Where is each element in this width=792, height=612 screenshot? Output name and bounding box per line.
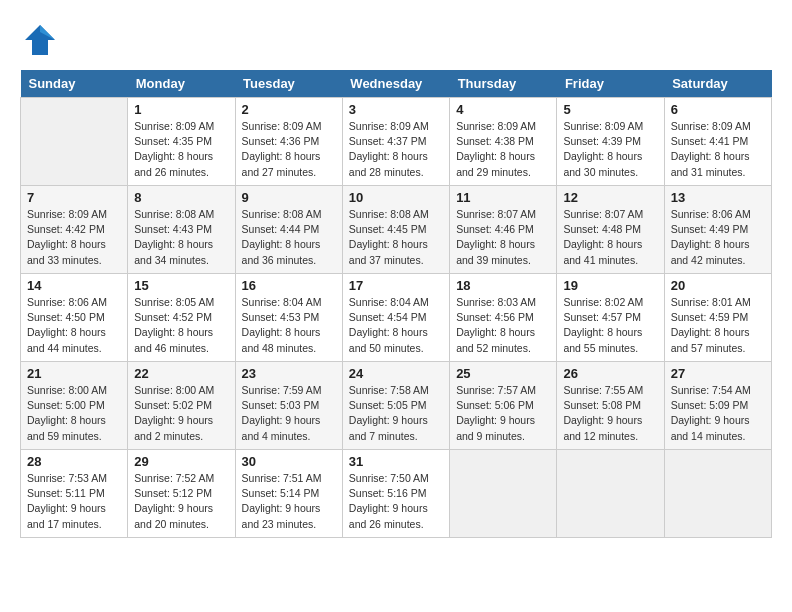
day-detail: Sunrise: 8:04 AMSunset: 4:53 PMDaylight:… — [242, 295, 336, 356]
day-detail: Sunrise: 8:07 AMSunset: 4:48 PMDaylight:… — [563, 207, 657, 268]
column-header-monday: Monday — [128, 70, 235, 98]
day-cell: 17Sunrise: 8:04 AMSunset: 4:54 PMDayligh… — [342, 274, 449, 362]
day-number: 18 — [456, 278, 550, 293]
day-detail: Sunrise: 8:09 AMSunset: 4:35 PMDaylight:… — [134, 119, 228, 180]
day-detail: Sunrise: 8:09 AMSunset: 4:39 PMDaylight:… — [563, 119, 657, 180]
day-number: 7 — [27, 190, 121, 205]
day-cell: 29Sunrise: 7:52 AMSunset: 5:12 PMDayligh… — [128, 450, 235, 538]
day-number: 30 — [242, 454, 336, 469]
day-number: 31 — [349, 454, 443, 469]
day-cell: 6Sunrise: 8:09 AMSunset: 4:41 PMDaylight… — [664, 98, 771, 186]
day-cell: 23Sunrise: 7:59 AMSunset: 5:03 PMDayligh… — [235, 362, 342, 450]
day-number: 9 — [242, 190, 336, 205]
day-cell: 13Sunrise: 8:06 AMSunset: 4:49 PMDayligh… — [664, 186, 771, 274]
day-detail: Sunrise: 8:09 AMSunset: 4:41 PMDaylight:… — [671, 119, 765, 180]
week-row-2: 7Sunrise: 8:09 AMSunset: 4:42 PMDaylight… — [21, 186, 772, 274]
day-number: 19 — [563, 278, 657, 293]
day-number: 10 — [349, 190, 443, 205]
day-number: 21 — [27, 366, 121, 381]
logo — [20, 20, 65, 60]
day-number: 24 — [349, 366, 443, 381]
day-detail: Sunrise: 7:50 AMSunset: 5:16 PMDaylight:… — [349, 471, 443, 532]
day-cell: 19Sunrise: 8:02 AMSunset: 4:57 PMDayligh… — [557, 274, 664, 362]
column-header-thursday: Thursday — [450, 70, 557, 98]
day-cell: 10Sunrise: 8:08 AMSunset: 4:45 PMDayligh… — [342, 186, 449, 274]
day-number: 8 — [134, 190, 228, 205]
day-number: 6 — [671, 102, 765, 117]
day-detail: Sunrise: 8:09 AMSunset: 4:42 PMDaylight:… — [27, 207, 121, 268]
page-header — [20, 20, 772, 60]
day-cell: 15Sunrise: 8:05 AMSunset: 4:52 PMDayligh… — [128, 274, 235, 362]
day-cell: 21Sunrise: 8:00 AMSunset: 5:00 PMDayligh… — [21, 362, 128, 450]
day-detail: Sunrise: 7:55 AMSunset: 5:08 PMDaylight:… — [563, 383, 657, 444]
day-detail: Sunrise: 8:03 AMSunset: 4:56 PMDaylight:… — [456, 295, 550, 356]
day-cell: 7Sunrise: 8:09 AMSunset: 4:42 PMDaylight… — [21, 186, 128, 274]
week-row-1: 1Sunrise: 8:09 AMSunset: 4:35 PMDaylight… — [21, 98, 772, 186]
day-cell — [450, 450, 557, 538]
day-detail: Sunrise: 8:04 AMSunset: 4:54 PMDaylight:… — [349, 295, 443, 356]
column-header-sunday: Sunday — [21, 70, 128, 98]
day-detail: Sunrise: 7:52 AMSunset: 5:12 PMDaylight:… — [134, 471, 228, 532]
day-cell: 30Sunrise: 7:51 AMSunset: 5:14 PMDayligh… — [235, 450, 342, 538]
day-cell — [21, 98, 128, 186]
day-detail: Sunrise: 8:02 AMSunset: 4:57 PMDaylight:… — [563, 295, 657, 356]
day-cell: 4Sunrise: 8:09 AMSunset: 4:38 PMDaylight… — [450, 98, 557, 186]
day-detail: Sunrise: 8:00 AMSunset: 5:00 PMDaylight:… — [27, 383, 121, 444]
day-number: 12 — [563, 190, 657, 205]
day-cell — [557, 450, 664, 538]
day-detail: Sunrise: 8:09 AMSunset: 4:37 PMDaylight:… — [349, 119, 443, 180]
day-cell: 18Sunrise: 8:03 AMSunset: 4:56 PMDayligh… — [450, 274, 557, 362]
column-header-wednesday: Wednesday — [342, 70, 449, 98]
day-detail: Sunrise: 8:07 AMSunset: 4:46 PMDaylight:… — [456, 207, 550, 268]
day-number: 20 — [671, 278, 765, 293]
day-number: 1 — [134, 102, 228, 117]
day-detail: Sunrise: 7:54 AMSunset: 5:09 PMDaylight:… — [671, 383, 765, 444]
day-detail: Sunrise: 8:08 AMSunset: 4:44 PMDaylight:… — [242, 207, 336, 268]
day-cell: 24Sunrise: 7:58 AMSunset: 5:05 PMDayligh… — [342, 362, 449, 450]
day-number: 15 — [134, 278, 228, 293]
day-number: 29 — [134, 454, 228, 469]
day-detail: Sunrise: 7:58 AMSunset: 5:05 PMDaylight:… — [349, 383, 443, 444]
day-number: 13 — [671, 190, 765, 205]
day-detail: Sunrise: 8:01 AMSunset: 4:59 PMDaylight:… — [671, 295, 765, 356]
day-cell: 12Sunrise: 8:07 AMSunset: 4:48 PMDayligh… — [557, 186, 664, 274]
day-number: 17 — [349, 278, 443, 293]
day-cell: 11Sunrise: 8:07 AMSunset: 4:46 PMDayligh… — [450, 186, 557, 274]
day-number: 3 — [349, 102, 443, 117]
day-cell: 25Sunrise: 7:57 AMSunset: 5:06 PMDayligh… — [450, 362, 557, 450]
day-number: 22 — [134, 366, 228, 381]
day-detail: Sunrise: 8:00 AMSunset: 5:02 PMDaylight:… — [134, 383, 228, 444]
day-detail: Sunrise: 7:57 AMSunset: 5:06 PMDaylight:… — [456, 383, 550, 444]
day-cell: 2Sunrise: 8:09 AMSunset: 4:36 PMDaylight… — [235, 98, 342, 186]
day-cell: 8Sunrise: 8:08 AMSunset: 4:43 PMDaylight… — [128, 186, 235, 274]
day-number: 4 — [456, 102, 550, 117]
day-cell: 20Sunrise: 8:01 AMSunset: 4:59 PMDayligh… — [664, 274, 771, 362]
day-detail: Sunrise: 8:05 AMSunset: 4:52 PMDaylight:… — [134, 295, 228, 356]
calendar-header-row: SundayMondayTuesdayWednesdayThursdayFrid… — [21, 70, 772, 98]
day-cell: 1Sunrise: 8:09 AMSunset: 4:35 PMDaylight… — [128, 98, 235, 186]
day-cell: 27Sunrise: 7:54 AMSunset: 5:09 PMDayligh… — [664, 362, 771, 450]
day-number: 28 — [27, 454, 121, 469]
day-cell: 5Sunrise: 8:09 AMSunset: 4:39 PMDaylight… — [557, 98, 664, 186]
column-header-saturday: Saturday — [664, 70, 771, 98]
day-number: 2 — [242, 102, 336, 117]
day-number: 27 — [671, 366, 765, 381]
day-number: 23 — [242, 366, 336, 381]
day-number: 16 — [242, 278, 336, 293]
day-detail: Sunrise: 8:09 AMSunset: 4:36 PMDaylight:… — [242, 119, 336, 180]
day-detail: Sunrise: 8:08 AMSunset: 4:45 PMDaylight:… — [349, 207, 443, 268]
day-detail: Sunrise: 8:06 AMSunset: 4:49 PMDaylight:… — [671, 207, 765, 268]
day-detail: Sunrise: 8:06 AMSunset: 4:50 PMDaylight:… — [27, 295, 121, 356]
calendar-table: SundayMondayTuesdayWednesdayThursdayFrid… — [20, 70, 772, 538]
day-detail: Sunrise: 8:09 AMSunset: 4:38 PMDaylight:… — [456, 119, 550, 180]
day-cell: 28Sunrise: 7:53 AMSunset: 5:11 PMDayligh… — [21, 450, 128, 538]
day-number: 26 — [563, 366, 657, 381]
week-row-4: 21Sunrise: 8:00 AMSunset: 5:00 PMDayligh… — [21, 362, 772, 450]
day-number: 5 — [563, 102, 657, 117]
day-cell: 9Sunrise: 8:08 AMSunset: 4:44 PMDaylight… — [235, 186, 342, 274]
day-cell — [664, 450, 771, 538]
day-number: 11 — [456, 190, 550, 205]
day-cell: 3Sunrise: 8:09 AMSunset: 4:37 PMDaylight… — [342, 98, 449, 186]
day-cell: 16Sunrise: 8:04 AMSunset: 4:53 PMDayligh… — [235, 274, 342, 362]
day-detail: Sunrise: 8:08 AMSunset: 4:43 PMDaylight:… — [134, 207, 228, 268]
